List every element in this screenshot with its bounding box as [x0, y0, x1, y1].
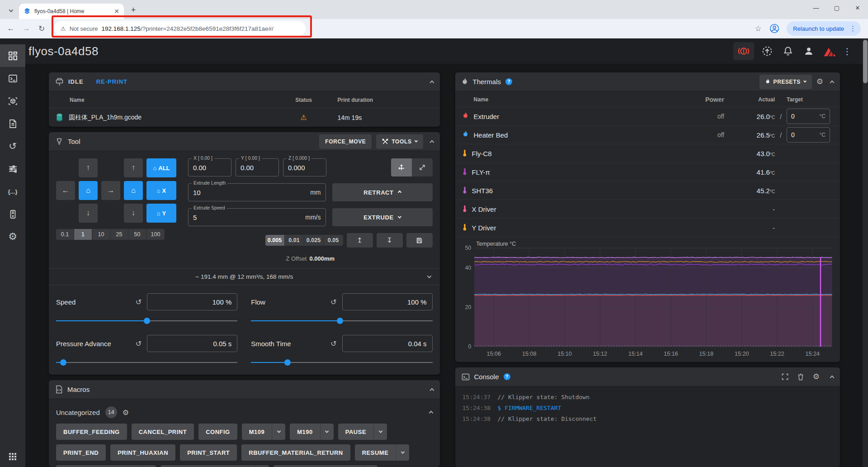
- flow-slider[interactable]: [251, 318, 432, 324]
- jog-y-minus-button[interactable]: ↓: [79, 204, 98, 223]
- sensor-name[interactable]: Y Driver: [472, 224, 496, 232]
- fullscreen-icon[interactable]: [782, 373, 788, 380]
- jog-z-minus-button[interactable]: ↓: [124, 204, 143, 223]
- console-log[interactable]: 15:24:37// Klipper state: Shutdown15:24:…: [455, 386, 840, 467]
- move-step-button[interactable]: 100: [146, 229, 165, 240]
- macro-dropdown-toggle[interactable]: [142, 465, 156, 467]
- sidebar-item-configuration[interactable]: {...}: [0, 180, 25, 203]
- z-offset-up-button[interactable]: ↥: [347, 233, 373, 248]
- home-xy-button[interactable]: ⌂: [79, 181, 98, 200]
- heater-name[interactable]: Heater Bed: [474, 131, 508, 139]
- home-all-button[interactable]: ⌂ALL: [146, 158, 176, 177]
- z-offset-step-button[interactable]: 0.005: [265, 235, 285, 246]
- move-step-button[interactable]: 0.1: [56, 229, 74, 240]
- trash-icon[interactable]: [797, 373, 804, 381]
- sensor-name[interactable]: X Driver: [472, 205, 496, 213]
- heater-target-input[interactable]: 0°C: [787, 127, 830, 143]
- macro-button[interactable]: SET_PRINT_STATS_INFO: [274, 465, 377, 467]
- macro-category-row[interactable]: Uncategorized 14 ⚙: [56, 404, 433, 424]
- relaunch-to-update-button[interactable]: Relaunch to update ⋮: [787, 21, 861, 36]
- heater-name[interactable]: Extruder: [474, 113, 500, 120]
- retract-button[interactable]: RETRACT: [332, 183, 433, 201]
- macro-button[interactable]: M109: [242, 424, 286, 440]
- move-step-button[interactable]: 25: [110, 229, 128, 240]
- macro-button[interactable]: PAUSE: [338, 424, 387, 440]
- move-step-button[interactable]: 10: [92, 229, 110, 240]
- console-collapse-button[interactable]: [830, 373, 834, 381]
- back-button[interactable]: ←: [5, 22, 17, 35]
- jog-x-plus-button[interactable]: →: [101, 181, 120, 200]
- extrusion-stats-bar[interactable]: ~ 191.4 mm @ 12 mm³/s, 168 mm/s: [49, 268, 440, 285]
- speed-reset-icon[interactable]: ↺: [136, 298, 142, 306]
- tool-collapse-button[interactable]: [430, 138, 434, 146]
- notifications-bell-icon[interactable]: [780, 43, 796, 59]
- home-y-button[interactable]: ⌂Y: [146, 204, 176, 223]
- smooth-time-slider[interactable]: [251, 359, 432, 366]
- macro-settings-gear-icon[interactable]: ⚙: [123, 408, 129, 417]
- tools-dropdown-button[interactable]: TOOLS: [376, 134, 423, 149]
- sidebar-item-gcode-preview[interactable]: [0, 90, 25, 112]
- sidebar-apps-button[interactable]: [0, 453, 25, 461]
- app-menu-icon[interactable]: ⋮: [843, 46, 852, 57]
- thermals-help-icon[interactable]: ?: [505, 78, 512, 85]
- extrude-length-field[interactable]: Extrude Length 10 mm: [188, 183, 326, 201]
- macro-button[interactable]: RBUFFER_MATERIAL_RETURN: [241, 444, 350, 461]
- sensor-name[interactable]: SHT36: [472, 187, 493, 195]
- fly-brand-logo[interactable]: [822, 43, 837, 59]
- status-collapse-button[interactable]: [430, 78, 434, 86]
- macro-dropdown-toggle[interactable]: [272, 424, 285, 440]
- macro-category-collapse-button[interactable]: [429, 408, 433, 416]
- user-account-icon[interactable]: [801, 43, 816, 59]
- z-offset-down-button[interactable]: ↧: [377, 233, 403, 248]
- update-available-icon[interactable]: [760, 43, 775, 59]
- macro-button[interactable]: RESUME: [355, 444, 410, 461]
- window-minimize-button[interactable]: —: [806, 0, 826, 15]
- force-move-button[interactable]: FORCE_MOVE: [319, 134, 372, 149]
- sidebar-item-history[interactable]: ↺: [0, 135, 25, 157]
- reload-button[interactable]: ↻: [35, 22, 48, 35]
- macro-button[interactable]: CANCEL_PRINT: [132, 424, 194, 440]
- extrude-button[interactable]: EXTRUDE: [332, 208, 433, 226]
- sidebar-item-system[interactable]: [0, 203, 25, 225]
- macro-dropdown-toggle[interactable]: [373, 424, 387, 440]
- profile-icon[interactable]: [768, 22, 781, 35]
- smooth-time-input[interactable]: 0.04 s: [342, 335, 433, 352]
- page-scrollbar[interactable]: [863, 38, 868, 467]
- macro-button[interactable]: PRINT_END: [56, 444, 106, 461]
- macro-button[interactable]: PRINT_START: [180, 444, 237, 461]
- position-x-field[interactable]: X [ 0.00 ] 0.00: [188, 158, 231, 176]
- console-help-icon[interactable]: ?: [504, 373, 510, 380]
- absolute-move-icon[interactable]: [391, 158, 412, 176]
- heater-target-input[interactable]: 0°C: [787, 109, 830, 124]
- macro-dropdown-toggle[interactable]: [255, 465, 269, 467]
- browser-menu-icon[interactable]: ⋮: [848, 24, 858, 33]
- macro-dropdown-toggle[interactable]: [364, 465, 377, 467]
- sidebar-item-console[interactable]: [0, 67, 25, 90]
- jog-y-plus-button[interactable]: ↑: [79, 158, 98, 177]
- jog-z-plus-button[interactable]: ↑: [124, 158, 143, 177]
- console-settings-gear-icon[interactable]: ⚙: [813, 372, 820, 381]
- forward-button[interactable]: →: [20, 22, 33, 35]
- position-z-field[interactable]: Z [ 0.000 ] 0.000: [283, 158, 326, 176]
- pressure-advance-input[interactable]: 0.05 s: [147, 335, 237, 352]
- macro-button[interactable]: CONFIG: [198, 424, 237, 440]
- tab-search-button[interactable]: [5, 4, 17, 17]
- flow-input[interactable]: 100 %: [342, 293, 433, 310]
- bookmark-star-icon[interactable]: ☆: [751, 22, 765, 35]
- z-offset-step-button[interactable]: 0.05: [324, 235, 343, 246]
- extrude-speed-field[interactable]: Extrude Speed 5 mm/s: [188, 208, 326, 226]
- tab-close-icon[interactable]: ✕: [114, 8, 119, 14]
- window-close-button[interactable]: ✕: [847, 0, 868, 15]
- address-bar[interactable]: ⚠ Not secure 192.168.1.125/?printer=2428…: [54, 21, 306, 36]
- sidebar-item-jobs[interactable]: [0, 112, 25, 135]
- emergency-stop-button[interactable]: [733, 42, 754, 60]
- macro-dropdown-toggle[interactable]: [320, 424, 334, 440]
- home-z-button[interactable]: ⌂: [124, 181, 143, 200]
- position-y-field[interactable]: Y [ 0.00 ] 0.00: [236, 158, 279, 176]
- scrollbar-thumb[interactable]: [863, 40, 868, 83]
- browser-tab[interactable]: flyos-0a4d58 | Home ✕: [19, 4, 124, 19]
- sidebar-item-tune[interactable]: [0, 157, 25, 180]
- z-offset-step-button[interactable]: 0.01: [285, 235, 304, 246]
- reprint-button[interactable]: RE-PRINT: [96, 78, 127, 85]
- z-offset-save-button[interactable]: [406, 233, 433, 248]
